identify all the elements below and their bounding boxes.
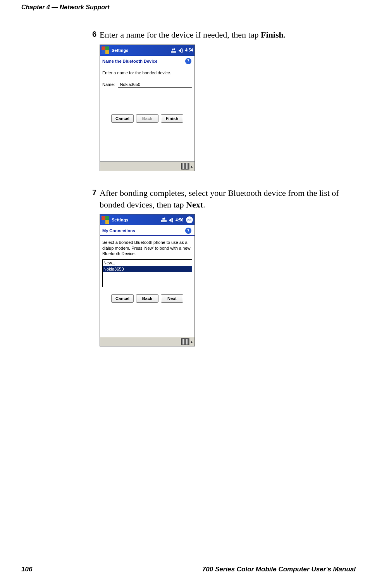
- next-button[interactable]: Next: [161, 294, 183, 303]
- step-6: 6 Enter a name for the device if needed,…: [87, 29, 356, 41]
- separator: —: [50, 4, 60, 10]
- ok-button[interactable]: ok: [186, 216, 193, 223]
- sip-bar: ▴: [100, 161, 195, 171]
- page-number: 106: [21, 566, 32, 573]
- connectivity-icon[interactable]: ⇄: [161, 218, 167, 222]
- running-footer: 106 700 Series Color Mobile Computer Use…: [21, 566, 356, 573]
- screen-title: Name the Bluetooth Device: [102, 59, 157, 63]
- chapter-title: Network Support: [60, 4, 110, 10]
- start-icon[interactable]: [102, 46, 109, 54]
- titlebar: Settings ⇄ ◀⸩ 4:54: [100, 45, 195, 56]
- cancel-button[interactable]: Cancel: [111, 114, 134, 123]
- step-number: 6: [87, 29, 96, 41]
- titlebar: Settings ⇄ ◀⸩ 4:56 ok: [100, 214, 195, 225]
- help-icon[interactable]: ?: [185, 58, 191, 64]
- cancel-button[interactable]: Cancel: [111, 294, 134, 303]
- sip-bar: ▴: [100, 337, 195, 346]
- screen-title: My Connections: [102, 228, 135, 233]
- dialog-body: Select a bonded Bluetooth phone to use a…: [100, 238, 195, 337]
- name-label: Name:: [102, 82, 115, 87]
- step-text: Enter a name for the device if needed, t…: [100, 29, 286, 41]
- status-icons: ⇄ ◀⸩ 4:56 ok: [161, 216, 193, 223]
- sip-menu-arrow[interactable]: ▴: [189, 163, 194, 170]
- volume-icon[interactable]: ◀⸩: [169, 217, 173, 223]
- keyboard-icon[interactable]: [181, 338, 189, 345]
- connectivity-icon[interactable]: ⇄: [171, 48, 176, 53]
- clock[interactable]: 4:56: [176, 218, 183, 222]
- start-icon[interactable]: [102, 216, 109, 224]
- back-button[interactable]: Back: [136, 294, 158, 303]
- screen-title-row: Name the Bluetooth Device ?: [100, 56, 195, 66]
- divider: [100, 66, 195, 66]
- back-button: Back: [136, 114, 158, 123]
- device-name-input[interactable]: [118, 81, 192, 88]
- list-item[interactable]: Nokia3650: [103, 266, 192, 272]
- keyboard-icon[interactable]: [181, 163, 189, 170]
- clock[interactable]: 4:54: [185, 48, 193, 52]
- titlebar-text: Settings: [112, 48, 169, 53]
- running-header: Chapter 4 — Network Support: [21, 4, 356, 11]
- help-icon[interactable]: ?: [185, 228, 191, 234]
- instruction-text: Enter a name for the bonded device.: [102, 70, 192, 75]
- step-text: After bonding completes, select your Blu…: [100, 187, 356, 210]
- instruction-text: Select a bonded Bluetooth phone to use a…: [102, 240, 192, 256]
- status-icons: ⇄ ◀⸩ 4:54: [171, 48, 193, 53]
- titlebar-text: Settings: [112, 218, 159, 222]
- volume-icon[interactable]: ◀⸩: [179, 48, 183, 53]
- screenshot-name-device: Settings ⇄ ◀⸩ 4:54 Name the Bluetooth De…: [100, 45, 195, 171]
- sip-menu-arrow[interactable]: ▴: [189, 338, 194, 345]
- dialog-body: Enter a name for the bonded device. Name…: [100, 69, 195, 161]
- list-item[interactable]: New...: [103, 260, 192, 266]
- chapter-label: Chapter 4: [21, 4, 50, 10]
- bonded-list[interactable]: New... Nokia3650: [102, 259, 192, 287]
- finish-button[interactable]: Finish: [161, 114, 183, 123]
- divider: [100, 235, 195, 236]
- screen-title-row: My Connections ?: [100, 225, 195, 235]
- step-7: 7 After bonding completes, select your B…: [87, 187, 356, 210]
- screenshot-my-connections: Settings ⇄ ◀⸩ 4:56 ok My Connections ? S…: [100, 214, 195, 346]
- step-number: 7: [87, 187, 96, 210]
- manual-title: 700 Series Color Mobile Computer User's …: [202, 566, 356, 573]
